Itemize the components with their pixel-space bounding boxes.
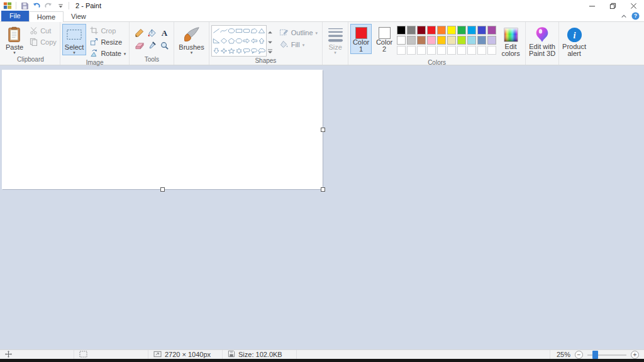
collapse-ribbon-icon[interactable]	[621, 13, 627, 21]
edit-colors-button[interactable]: Edit colors	[498, 24, 523, 58]
paint3d-button[interactable]: Edit with Paint 3D	[528, 24, 557, 58]
undo-icon[interactable]	[31, 1, 42, 11]
palette-swatch[interactable]	[457, 26, 466, 35]
shapes-scroll-down-icon[interactable]	[268, 38, 272, 45]
redo-icon[interactable]	[43, 1, 53, 11]
shape-pentagon[interactable]	[228, 36, 235, 46]
palette-empty-slot[interactable]	[397, 46, 406, 55]
shape-oval[interactable]	[228, 26, 235, 36]
palette-empty-slot[interactable]	[487, 46, 496, 55]
paste-button[interactable]: Paste ▾	[3, 24, 26, 55]
palette-empty-slot[interactable]	[427, 46, 436, 55]
shape-six-point-star[interactable]	[235, 46, 243, 56]
palette-empty-slot[interactable]	[437, 46, 446, 55]
canvas-resize-handle-bottom-right[interactable]	[321, 187, 325, 192]
help-icon[interactable]: ?	[631, 12, 640, 21]
color1-button[interactable]: Color 1	[350, 24, 372, 54]
shape-four-point-star[interactable]	[220, 46, 228, 56]
shape-rounded-callout[interactable]	[243, 46, 250, 56]
palette-swatch[interactable]	[417, 26, 426, 35]
shape-hexagon[interactable]	[235, 36, 243, 46]
tab-view[interactable]: View	[64, 11, 94, 21]
palette-empty-slot[interactable]	[477, 46, 486, 55]
shape-polygon[interactable]	[250, 26, 258, 36]
shape-five-point-star[interactable]	[228, 46, 235, 56]
palette-swatch[interactable]	[407, 26, 416, 35]
text-icon[interactable]: A	[158, 27, 170, 39]
copy-button[interactable]: Copy	[28, 37, 58, 47]
brushes-button[interactable]: Brushes ▾	[176, 24, 206, 55]
palette-swatch[interactable]	[477, 26, 486, 35]
zoom-in-icon[interactable]: +	[631, 351, 639, 359]
cut-button[interactable]: Cut	[28, 26, 58, 36]
palette-swatch[interactable]	[457, 36, 466, 45]
palette-swatch[interactable]	[437, 26, 446, 35]
shape-oval-callout[interactable]	[250, 46, 258, 56]
shape-diamond[interactable]	[220, 36, 228, 46]
shapes-more-icon[interactable]	[268, 48, 272, 55]
palette-swatch[interactable]	[397, 36, 406, 45]
palette-swatch[interactable]	[467, 36, 476, 45]
palette-swatch[interactable]	[407, 36, 416, 45]
color1-swatch	[355, 27, 367, 39]
eraser-icon[interactable]	[133, 40, 145, 52]
palette-swatch[interactable]	[447, 26, 456, 35]
palette-swatch[interactable]	[417, 36, 426, 45]
zoom-slider[interactable]	[587, 351, 626, 359]
zoom-slider-thumb[interactable]	[592, 351, 598, 359]
shape-line[interactable]	[213, 26, 220, 36]
palette-empty-slot[interactable]	[457, 46, 466, 55]
close-icon[interactable]	[623, 0, 644, 11]
save-icon[interactable]	[19, 1, 30, 11]
shape-rectangle[interactable]	[235, 26, 243, 36]
palette-swatch[interactable]	[487, 26, 496, 35]
outline-button[interactable]: Outline ▾	[278, 28, 319, 38]
palette-swatch[interactable]	[477, 36, 486, 45]
canvas[interactable]	[2, 70, 323, 189]
color2-button[interactable]: Color 2	[374, 24, 395, 54]
palette-empty-slot[interactable]	[407, 46, 416, 55]
shape-curve[interactable]	[220, 26, 228, 36]
minimize-icon[interactable]	[582, 0, 602, 11]
palette-swatch[interactable]	[467, 26, 476, 35]
palette-swatch[interactable]	[397, 26, 406, 35]
palette-empty-slot[interactable]	[447, 46, 456, 55]
fill-icon[interactable]	[146, 27, 158, 39]
magnifier-icon[interactable]	[158, 40, 170, 52]
shape-arrow-up[interactable]	[258, 36, 265, 46]
product-alert-button[interactable]: i Product alert	[561, 24, 587, 58]
zoom-out-icon[interactable]: −	[575, 351, 583, 359]
pencil-icon[interactable]	[133, 27, 145, 39]
rotate-button[interactable]: Rotate ▾	[89, 48, 127, 58]
svg-text:?: ?	[634, 13, 637, 19]
shape-arrow-down[interactable]	[213, 46, 220, 56]
tab-home[interactable]: Home	[29, 11, 64, 22]
palette-swatch[interactable]	[427, 36, 436, 45]
shape-arrow-left[interactable]	[250, 36, 258, 46]
edit-colors-label: Edit colors	[500, 43, 521, 57]
crop-button[interactable]: Crop	[89, 26, 127, 36]
qat-menu-icon[interactable]	[55, 1, 65, 11]
palette-swatch[interactable]	[427, 26, 436, 35]
restore-icon[interactable]	[602, 0, 623, 11]
shape-right-triangle[interactable]	[213, 36, 220, 46]
palette-swatch[interactable]	[447, 36, 456, 45]
shape-triangle[interactable]	[258, 26, 265, 36]
tab-file[interactable]: File	[1, 11, 29, 21]
shapes-scroll-up-icon[interactable]	[268, 28, 272, 35]
shape-cloud-callout[interactable]	[258, 46, 265, 56]
picker-icon[interactable]	[146, 40, 158, 52]
canvas-resize-handle-right[interactable]	[321, 128, 325, 132]
resize-button[interactable]: Resize	[89, 37, 127, 47]
palette-swatch[interactable]	[487, 36, 496, 45]
palette-swatch[interactable]	[437, 36, 446, 45]
shape-fill-button[interactable]: Fill ▾	[278, 40, 319, 50]
shape-rounded-rectangle[interactable]	[243, 26, 250, 36]
size-button[interactable]: Size ▾	[325, 24, 346, 55]
zoom-cluster: 25% − +	[550, 350, 644, 359]
canvas-resize-handle-bottom[interactable]	[160, 187, 165, 192]
shape-arrow-right[interactable]	[243, 36, 250, 46]
select-button[interactable]: Select ▾	[62, 24, 87, 55]
palette-empty-slot[interactable]	[467, 46, 476, 55]
palette-empty-slot[interactable]	[417, 46, 426, 55]
